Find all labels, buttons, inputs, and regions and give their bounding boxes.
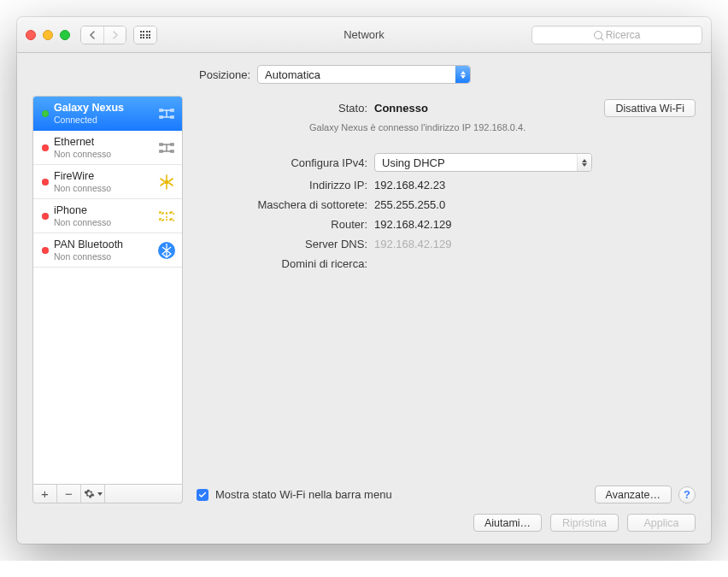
ip-value: 192.168.42.23 <box>374 179 445 191</box>
sidebar-item-iphone[interactable]: iPhone Non connesso <box>33 199 182 233</box>
show-menu-checkbox[interactable] <box>197 489 208 501</box>
service-status: Non connesso <box>54 149 156 159</box>
sidebar-item-pan-bluetooth[interactable]: PAN Bluetooth Non connesso <box>33 233 182 268</box>
traffic-lights <box>26 30 70 40</box>
status-row: Stato: Connesso Disattiva Wi-Fi <box>197 99 696 117</box>
row-ip: Indirizzo IP: 192.168.42.23 <box>197 179 696 191</box>
status-dot-icon <box>42 179 49 185</box>
detail-panel: Stato: Connesso Disattiva Wi-Fi Galaxy N… <box>197 96 696 503</box>
main-row: Galaxy Nexus Connected Ethernet Non conn… <box>32 96 696 503</box>
advanced-button[interactable]: Avanzate… <box>595 486 672 503</box>
ip-label: Indirizzo IP: <box>197 179 367 191</box>
dns-value[interactable]: 192.168.42.129 <box>374 238 451 250</box>
service-status: Non connesso <box>54 217 156 227</box>
toggle-wifi-button[interactable]: Disattiva Wi-Fi <box>604 99 696 117</box>
sidebar-item-ethernet[interactable]: Ethernet Non connesso <box>33 131 182 165</box>
router-label: Router: <box>197 218 367 231</box>
mask-value: 255.255.255.0 <box>374 198 445 211</box>
actions-menu-button[interactable] <box>81 485 105 503</box>
bottom-bar: Aiutami… Ripristina Applica <box>32 514 696 532</box>
service-name: FireWire <box>54 170 156 182</box>
back-button[interactable] <box>81 26 103 44</box>
sidebar: Galaxy Nexus Connected Ethernet Non conn… <box>32 96 183 503</box>
popup-arrows-icon <box>577 154 591 171</box>
sidebar-item-firewire[interactable]: FireWire Non connesso <box>33 165 182 199</box>
zoom-icon[interactable] <box>60 30 70 40</box>
row-mask: Maschera di sottorete: 255.255.255.0 <box>197 198 696 211</box>
ipv4-label: Configura IPv4: <box>197 156 367 169</box>
svg-point-0 <box>165 180 169 184</box>
location-value: Automatica <box>265 68 320 81</box>
ipv4-value: Using DHCP <box>382 156 445 169</box>
chevron-left-icon <box>89 31 96 39</box>
close-icon[interactable] <box>26 30 36 40</box>
help-button[interactable]: ? <box>678 486 696 503</box>
ipv4-popup[interactable]: Using DHCP <box>374 153 592 172</box>
service-name: iPhone <box>54 204 156 216</box>
toolbar: Network Ricerca <box>17 17 711 53</box>
status-label: Stato: <box>197 102 367 115</box>
location-popup[interactable]: Automatica <box>257 65 471 84</box>
content-area: Posizione: Automatica Galaxy Nexus Conne… <box>17 53 711 544</box>
router-value: 192.168.42.129 <box>374 218 451 231</box>
popup-arrows-icon <box>455 66 470 83</box>
location-label: Posizione: <box>62 68 250 81</box>
add-button[interactable]: + <box>33 485 57 503</box>
chevron-right-icon <box>112 31 119 39</box>
ethernet-icon <box>156 103 177 124</box>
status-dot-icon <box>42 110 49 117</box>
sidebar-actions: + − <box>32 485 183 503</box>
service-list: Galaxy Nexus Connected Ethernet Non conn… <box>32 96 183 485</box>
forward-button[interactable] <box>103 26 126 44</box>
status-value: Connesso <box>374 102 428 115</box>
network-prefs-window: Network Ricerca Posizione: Automatica <box>17 17 711 544</box>
apply-button[interactable]: Applica <box>627 514 696 532</box>
search-domains-label: Domini di ricerca: <box>197 257 367 270</box>
revert-button[interactable]: Ripristina <box>550 514 619 532</box>
panel-footer: Mostra stato Wi-Fi nella barra menu Avan… <box>197 486 696 503</box>
minimize-icon[interactable] <box>43 30 53 40</box>
search-placeholder: Ricerca <box>606 29 641 41</box>
status-dot-icon <box>42 247 49 254</box>
grid-icon <box>140 31 151 38</box>
service-name: PAN Bluetooth <box>54 238 156 250</box>
firewire-icon <box>156 172 177 192</box>
remove-button[interactable]: − <box>57 485 81 503</box>
check-icon <box>198 491 207 499</box>
service-name: Ethernet <box>54 136 156 148</box>
bluetooth-icon <box>156 240 177 261</box>
ethernet-icon <box>156 138 177 158</box>
row-dns: Server DNS: 192.168.42.129 <box>197 238 696 250</box>
item-text: PAN Bluetooth Non connesso <box>54 238 156 261</box>
gear-icon <box>84 488 103 499</box>
service-status: Non connesso <box>54 183 156 193</box>
row-ipv4: Configura IPv4: Using DHCP <box>197 153 696 172</box>
status-dot-icon <box>42 213 49 220</box>
item-text: Ethernet Non connesso <box>54 136 156 158</box>
show-menu-label: Mostra stato Wi-Fi nella barra menu <box>215 488 588 501</box>
ethernet-icon <box>156 206 177 227</box>
mask-label: Maschera di sottorete: <box>197 198 367 211</box>
item-text: FireWire Non connesso <box>54 170 156 192</box>
item-text: Galaxy Nexus Connected <box>54 102 156 124</box>
service-status: Connected <box>54 115 156 125</box>
nav-group <box>80 26 126 44</box>
show-all-button[interactable] <box>133 26 157 44</box>
row-search-domains: Domini di ricerca: <box>197 257 696 270</box>
item-text: iPhone Non connesso <box>54 204 156 227</box>
search-input[interactable]: Ricerca <box>531 26 702 44</box>
dns-label: Server DNS: <box>197 238 367 250</box>
service-status: Non connesso <box>54 251 156 262</box>
sidebar-item-galaxy-nexus[interactable]: Galaxy Nexus Connected <box>33 97 182 131</box>
row-router: Router: 192.168.42.129 <box>197 218 696 231</box>
search-icon <box>594 31 602 39</box>
sub-status-text: Galaxy Nexus è connesso l'indirizzo IP 1… <box>309 122 696 132</box>
status-dot-icon <box>42 144 49 151</box>
location-row: Posizione: Automatica <box>32 65 696 84</box>
service-name: Galaxy Nexus <box>54 102 156 114</box>
help-me-button[interactable]: Aiutami… <box>473 514 542 532</box>
